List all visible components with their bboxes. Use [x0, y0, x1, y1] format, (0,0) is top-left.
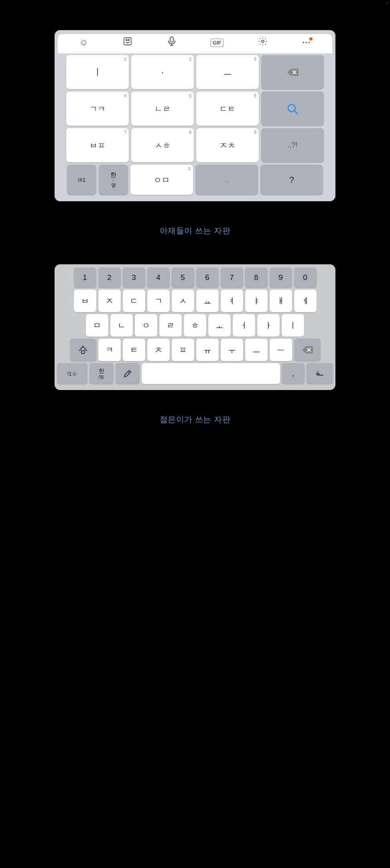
key2-a[interactable]: ㅏ [257, 314, 280, 337]
keyboard-2-row-5: !1☺ 한 ∕영 ✦ . [57, 363, 333, 384]
num-key-4[interactable]: 4 [147, 268, 170, 288]
keyboard-1: ☺ GIF ··· [55, 30, 335, 201]
key2-chieut[interactable]: ㅊ [147, 339, 170, 361]
key2-giyeok[interactable]: ㄱ [147, 290, 170, 312]
key-3[interactable]: 3 ㅡ [196, 55, 259, 89]
key-5[interactable]: 5 ㄴㄹ [131, 92, 194, 126]
key2-ieung[interactable]: ㅇ [135, 314, 157, 337]
space-key-2[interactable] [142, 363, 280, 384]
search-key[interactable] [261, 92, 324, 126]
enter-key[interactable] [307, 363, 333, 384]
key-1[interactable]: 1 ㅣ [66, 55, 129, 89]
caption-2: 젊은이가 쓰는 자판 [160, 414, 230, 425]
key-7[interactable]: 7 ㅂㅍ [66, 128, 129, 162]
keyboard-1-keys: 1 ㅣ 2 · 3 ㅡ 4 ㄱㅋ [58, 53, 332, 198]
gif-button[interactable]: GIF [211, 39, 223, 47]
lang-key-2[interactable]: 한 ∕영 [89, 363, 114, 384]
key2-o[interactable]: ㅗ [208, 314, 231, 337]
key2-nieun[interactable]: ㄴ [110, 314, 133, 337]
key2-tieut[interactable]: ㅌ [123, 339, 145, 361]
key2-yeo[interactable]: ㅕ [221, 290, 243, 312]
pen-key[interactable]: ✦ [116, 363, 140, 384]
key-6[interactable]: 6 ㄷㅌ [196, 92, 259, 126]
keyboard-1-row-3: 7 ㅂㅍ 8 ㅅㅎ 9 ㅈㅊ .,?! [58, 128, 332, 162]
num-key-3[interactable]: 3 [123, 268, 145, 288]
key2-e[interactable]: ㅔ [294, 290, 317, 312]
keyboard-1-row-4: !#1 한 ∕ 영 0 ㅇㅁ ⎵ ? [58, 165, 332, 195]
backspace-key[interactable] [261, 55, 324, 89]
key-0[interactable]: 0 ㅇㅁ [130, 165, 193, 195]
question-key[interactable]: ? [260, 165, 323, 195]
key2-jieut[interactable]: ㅈ [98, 290, 121, 312]
svg-rect-0 [124, 38, 131, 45]
key2-bieup[interactable]: ㅂ [74, 290, 96, 312]
keyboard-2-row-4: ㅋ ㅌ ㅊ ㅍ ㅠ ㅜ ㅡ — [57, 339, 333, 361]
key-2[interactable]: 2 · [131, 55, 194, 89]
num-key-1[interactable]: 1 [74, 268, 96, 288]
svg-line-10 [295, 111, 297, 114]
caption-1: 아재들이 쓰는 자판 [160, 225, 230, 236]
emoji-icon[interactable]: ☺ [79, 37, 88, 48]
key2-yo[interactable]: ㅛ [196, 290, 219, 312]
keyboard-2-row-2: ㅂ ㅈ ㄷ ㄱ ㅅ ㅛ ㅕ ㅑ ㅐ ㅔ [57, 290, 333, 312]
svg-point-6 [262, 40, 264, 43]
symbol-key[interactable]: !#1 [67, 165, 96, 195]
svg-point-1 [126, 39, 127, 40]
num-key-6[interactable]: 6 [196, 268, 219, 288]
keyboard-1-row-1: 1 ㅣ 2 · 3 ㅡ [58, 55, 332, 89]
settings-icon[interactable] [258, 37, 268, 49]
key2-digeut[interactable]: ㄷ [123, 290, 145, 312]
lang-key[interactable]: 한 ∕ 영 [99, 165, 128, 195]
key2-phieuph[interactable]: ㅍ [172, 339, 194, 361]
num-key-8[interactable]: 8 [245, 268, 268, 288]
key-4[interactable]: 4 ㄱㅋ [66, 92, 129, 126]
punct-key[interactable]: .,?! [261, 128, 324, 162]
key2-i[interactable]: ㅣ [282, 314, 304, 337]
key2-rieul[interactable]: ㄹ [159, 314, 182, 337]
key2-siot[interactable]: ㅅ [172, 290, 194, 312]
num-key-2[interactable]: 2 [98, 268, 121, 288]
more-icon[interactable]: ··· [303, 39, 311, 47]
shift-key[interactable] [70, 339, 96, 361]
num-key-7[interactable]: 7 [221, 268, 243, 288]
special-key[interactable]: !1☺ [57, 363, 87, 384]
keyboard-1-row-2: 4 ㄱㅋ 5 ㄴㄹ 6 ㄷㅌ [58, 92, 332, 126]
key-8[interactable]: 8 ㅅㅎ [131, 128, 194, 162]
voice-icon[interactable] [167, 37, 176, 49]
key2-mieum[interactable]: ㅁ [86, 314, 108, 337]
period-key[interactable]: . [282, 363, 305, 384]
svg-rect-3 [170, 37, 173, 42]
key2-hieut[interactable]: ㅎ [184, 314, 206, 337]
key2-ae[interactable]: ㅐ [270, 290, 292, 312]
key2-eu[interactable]: ㅡ [245, 339, 268, 361]
key2-kieuk[interactable]: ㅋ [98, 339, 121, 361]
sticker-icon[interactable] [123, 37, 132, 49]
keyboard-1-toolbar: ☺ GIF ··· [58, 34, 332, 53]
num-key-9[interactable]: 9 [270, 268, 292, 288]
key2-eo[interactable]: ㅓ [233, 314, 255, 337]
num-key-0[interactable]: 0 [294, 268, 317, 288]
backspace-key-2[interactable] [294, 339, 321, 361]
keyboard-2-row-3: ㅁ ㄴ ㅇ ㄹ ㅎ ㅗ ㅓ ㅏ ㅣ [57, 314, 333, 337]
svg-line-14 [128, 372, 130, 373]
key2-ya[interactable]: ㅑ [245, 290, 268, 312]
key-9[interactable]: 9 ㅈㅊ [196, 128, 259, 162]
svg-rect-11 [81, 351, 85, 353]
num-key-5[interactable]: 5 [172, 268, 194, 288]
key2-dash[interactable]: — [270, 339, 292, 361]
key2-yu[interactable]: ㅠ [196, 339, 219, 361]
svg-point-2 [128, 39, 129, 40]
key2-u[interactable]: ㅜ [221, 339, 243, 361]
keyboard-2-row-numbers: 1 2 3 4 5 6 7 8 9 0 [57, 268, 333, 288]
keyboard-2: 1 2 3 4 5 6 7 8 9 0 ㅂ ㅈ ㄷ ㄱ ㅅ ㅛ ㅕ ㅑ ㅐ ㅔ … [55, 264, 335, 390]
space-key[interactable]: ⎵ [195, 165, 258, 195]
